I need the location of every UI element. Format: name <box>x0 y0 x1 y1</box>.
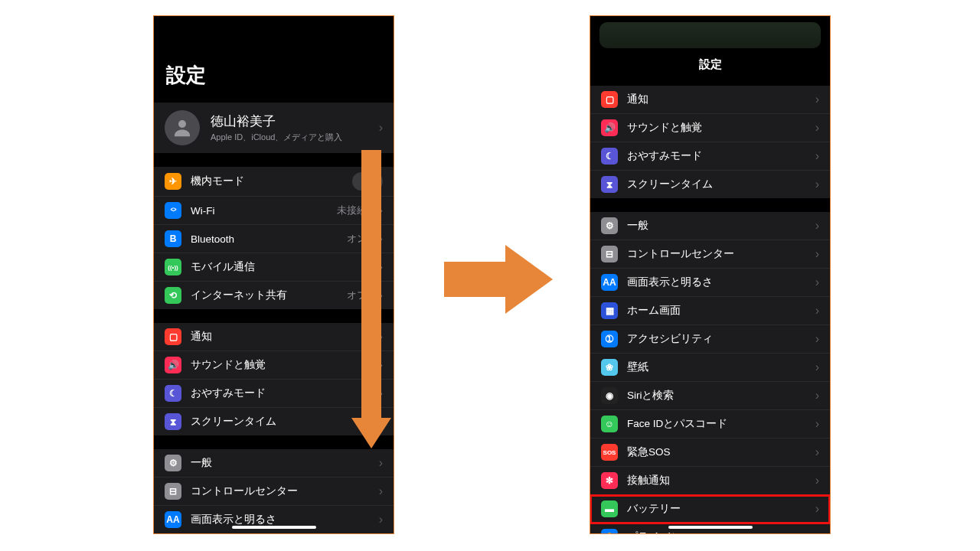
row-label: 接触通知 <box>627 474 806 487</box>
sounds-icon: 🔊 <box>601 119 618 136</box>
settings-row-display[interactable]: AA画面表示と明るさ› <box>590 269 830 297</box>
sounds-icon: 🔊 <box>165 357 181 373</box>
settings-row-control-center[interactable]: ⊟コントロールセンター› <box>154 478 394 506</box>
row-label: 通知 <box>627 93 806 106</box>
chevron-right-icon: › <box>815 531 819 534</box>
settings-row-exposure[interactable]: ✻接触通知› <box>590 467 830 495</box>
notifications-group: ▢通知›🔊サウンドと触覚›☾おやすみモード›⧗スクリーンタイム› <box>590 86 830 198</box>
display-icon: AA <box>165 511 181 528</box>
row-label: インターネット共有 <box>191 289 338 302</box>
airplane-icon: ✈ <box>165 173 181 190</box>
row-label: 一般 <box>627 219 806 233</box>
chevron-right-icon: › <box>815 220 819 232</box>
profile-sub: Apple ID、iCloud、メディアと購入 <box>211 132 368 143</box>
row-label: Wi-Fi <box>191 205 328 217</box>
control-center-icon: ⊟ <box>165 483 181 500</box>
row-label: おやすみモード <box>627 149 806 163</box>
row-label: アクセシビリティ <box>627 332 806 346</box>
profile-name: 徳山裕美子 <box>211 112 368 130</box>
home-indicator <box>232 526 316 529</box>
svg-point-0 <box>178 120 186 128</box>
row-label: 画面表示と明るさ <box>191 513 370 527</box>
row-label: ホーム画面 <box>627 304 806 318</box>
chevron-right-icon: › <box>379 457 383 469</box>
chevron-right-icon: › <box>815 333 819 345</box>
dnd-icon: ☾ <box>601 148 618 165</box>
chevron-right-icon: › <box>815 446 819 458</box>
notifications-icon: ▢ <box>601 91 618 108</box>
row-label: スクリーンタイム <box>191 415 370 429</box>
home-indicator <box>668 526 753 529</box>
wifi-icon: ⌔ <box>165 202 181 219</box>
screentime-icon: ⧗ <box>601 176 618 193</box>
control-center-icon: ⊟ <box>601 246 618 262</box>
cellular-icon: ((•)) <box>165 259 181 276</box>
row-label: おやすみモード <box>191 386 370 400</box>
status-bar <box>154 16 394 57</box>
row-label: サウンドと触覚 <box>627 121 806 135</box>
bluetooth-icon: B <box>165 230 181 247</box>
general-icon: ⚙ <box>165 455 181 471</box>
privacy-icon: ✋ <box>601 529 618 534</box>
settings-row-screentime[interactable]: ⧗スクリーンタイム› <box>590 171 830 198</box>
settings-title: 設定 <box>590 48 830 80</box>
notifications-icon: ▢ <box>165 328 181 345</box>
chevron-right-icon: › <box>815 248 819 260</box>
settings-row-sounds[interactable]: 🔊サウンドと触覚› <box>590 114 830 142</box>
chevron-right-icon: › <box>815 150 819 162</box>
row-label: コントロールセンター <box>191 484 370 498</box>
settings-row-dnd[interactable]: ☾おやすみモード› <box>590 142 830 171</box>
settings-row-general[interactable]: ⚙一般› <box>154 449 394 478</box>
next-step-arrow <box>444 245 559 314</box>
settings-row-notifications[interactable]: ▢通知› <box>590 86 830 114</box>
chevron-right-icon: › <box>815 390 819 402</box>
exposure-icon: ✻ <box>601 472 618 489</box>
row-label: 画面表示と明るさ <box>627 276 806 289</box>
scroll-down-arrow <box>356 150 387 448</box>
settings-row-accessibility[interactable]: ➀アクセシビリティ› <box>590 325 830 354</box>
general-icon: ⚙ <box>601 217 618 234</box>
home-screen-icon: ▦ <box>601 302 618 319</box>
chevron-right-icon: › <box>815 503 819 515</box>
screentime-icon: ⧗ <box>165 413 181 430</box>
profile-group: 徳山裕美子 Apple ID、iCloud、メディアと購入 › <box>154 103 394 153</box>
chevron-right-icon: › <box>379 485 383 497</box>
apple-id-row[interactable]: 徳山裕美子 Apple ID、iCloud、メディアと購入 › <box>154 103 394 153</box>
general-group: ⚙一般›⊟コントロールセンター›AA画面表示と明るさ›▦ホーム画面›➀アクセシビ… <box>590 212 830 534</box>
chevron-right-icon: › <box>815 418 819 430</box>
wallpaper-icon: ❀ <box>601 359 618 376</box>
chevron-right-icon: › <box>815 178 819 191</box>
search-field[interactable] <box>599 22 821 48</box>
row-label: スクリーンタイム <box>627 178 806 191</box>
siri-icon: ◉ <box>601 387 618 404</box>
battery-icon: ▬ <box>601 500 618 517</box>
row-label: 一般 <box>191 456 370 470</box>
chevron-right-icon: › <box>815 305 819 317</box>
row-label: 壁紙 <box>627 360 806 374</box>
chevron-right-icon: › <box>815 93 819 106</box>
settings-row-control-center[interactable]: ⊟コントロールセンター› <box>590 240 830 269</box>
row-label: 緊急SOS <box>627 445 806 459</box>
chevron-right-icon: › <box>815 361 819 373</box>
general-group: ⚙一般›⊟コントロールセンター›AA画面表示と明るさ›▦ホーム画面› <box>154 449 394 534</box>
settings-row-siri[interactable]: ◉Siriと検索› <box>590 382 830 410</box>
settings-row-sos[interactable]: SOS緊急SOS› <box>590 439 830 467</box>
row-label: モバイル通信 <box>191 260 370 274</box>
settings-row-display[interactable]: AA画面表示と明るさ› <box>154 506 394 534</box>
chevron-right-icon: › <box>815 122 819 134</box>
settings-title: 設定 <box>154 57 394 96</box>
row-label: プライバシー <box>627 530 806 534</box>
row-label: Siriと検索 <box>627 389 806 403</box>
chevron-right-icon: › <box>379 514 383 526</box>
row-label: バッテリー <box>627 502 806 516</box>
faceid-icon: ☺ <box>601 416 618 432</box>
settings-row-battery[interactable]: ▬バッテリー› <box>590 495 830 523</box>
settings-row-home-screen[interactable]: ▦ホーム画面› <box>590 297 830 325</box>
avatar-icon <box>165 110 200 145</box>
settings-row-faceid[interactable]: ☺Face IDとパスコード› <box>590 410 830 439</box>
row-label: Face IDとパスコード <box>627 417 806 431</box>
settings-row-general[interactable]: ⚙一般› <box>590 212 830 240</box>
row-label: 通知 <box>191 330 370 344</box>
settings-row-wallpaper[interactable]: ❀壁紙› <box>590 354 830 382</box>
row-label: サウンドと触覚 <box>191 358 370 372</box>
